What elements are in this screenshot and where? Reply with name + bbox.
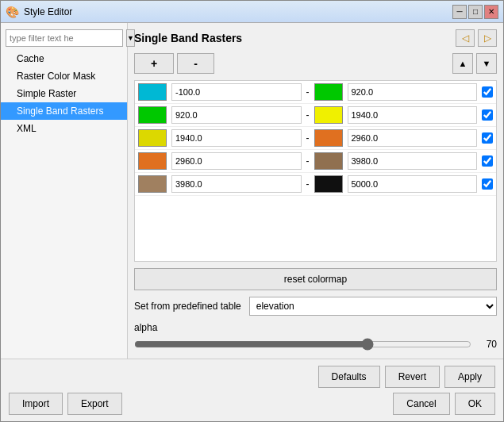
bottom-buttons-row1: Defaults Revert Apply — [9, 366, 495, 388]
nav-arrows: ◁ ▷ — [456, 29, 497, 47]
from-value-field[interactable] — [171, 129, 302, 147]
row-checkbox[interactable] — [482, 86, 493, 98]
close-button[interactable]: ✕ — [484, 5, 498, 19]
forward-arrow-button[interactable]: ▷ — [478, 29, 497, 47]
alpha-label: alpha — [134, 322, 497, 333]
predefined-label: Set from predefined table — [134, 301, 241, 312]
title-bar: 🎨 Style Editor ─ □ ✕ — [1, 1, 503, 23]
sidebar-item-xml[interactable]: XML — [1, 120, 127, 137]
window-icon: 🎨 — [6, 6, 19, 18]
toolbar: + - ▲ ▼ — [134, 53, 497, 74]
bottom-buttons-row2: Import Export Cancel OK — [9, 393, 495, 415]
cancel-button[interactable]: Cancel — [393, 393, 449, 415]
bottom-right-buttons: Cancel OK — [393, 393, 495, 415]
predefined-select[interactable]: elevation gray rainbow rdylgn — [249, 297, 497, 316]
dash-separator: - — [306, 109, 310, 121]
minimize-button[interactable]: ─ — [452, 5, 467, 19]
row-checkbox[interactable] — [482, 109, 493, 121]
from-value-field[interactable] — [171, 83, 302, 101]
to-value-field[interactable] — [348, 152, 478, 170]
color-row: - — [135, 81, 496, 104]
color-row: - — [135, 173, 496, 196]
dash-separator: - — [306, 178, 310, 190]
add-button[interactable]: + — [134, 53, 174, 74]
from-color-swatch[interactable] — [138, 175, 167, 193]
dash-separator: - — [306, 155, 310, 167]
to-value-field[interactable] — [348, 83, 478, 101]
alpha-section: alpha 70 — [134, 322, 497, 352]
main-window: 🎨 Style Editor ─ □ ✕ ▼ Cache Raster Colo… — [0, 0, 504, 422]
row-checkbox[interactable] — [482, 132, 493, 144]
bottom-section: Defaults Revert Apply Import Export Canc… — [1, 359, 503, 421]
to-value-field[interactable] — [348, 175, 478, 193]
dash-separator: - — [306, 132, 310, 144]
from-color-swatch[interactable] — [138, 83, 167, 101]
remove-button[interactable]: - — [177, 53, 214, 74]
move-down-button[interactable]: ▼ — [476, 53, 497, 74]
window-controls: ─ □ ✕ — [452, 5, 498, 19]
alpha-value: 70 — [478, 339, 497, 350]
revert-button[interactable]: Revert — [385, 366, 440, 388]
predefined-row: Set from predefined table elevation gray… — [134, 297, 497, 316]
filter-input[interactable] — [6, 29, 123, 47]
back-arrow-button[interactable]: ◁ — [456, 29, 475, 47]
right-panel: Single Band Rasters ◁ ▷ + - ▲ ▼ - — [128, 23, 503, 359]
bottom-left-buttons: Import Export — [9, 393, 122, 415]
sidebar-item-raster-color-mask[interactable]: Raster Color Mask — [1, 67, 127, 85]
slider-container: 70 — [134, 336, 497, 352]
move-up-button[interactable]: ▲ — [452, 53, 473, 74]
panel-title: Single Band Rasters — [134, 32, 242, 44]
panel-header: Single Band Rasters ◁ ▷ — [134, 29, 497, 47]
color-row: - — [135, 104, 496, 127]
window-title: Style Editor — [24, 6, 448, 17]
dash-separator: - — [306, 86, 310, 98]
row-checkbox[interactable] — [482, 155, 493, 167]
from-value-field[interactable] — [171, 152, 302, 170]
main-content: ▼ Cache Raster Color Mask Simple Raster … — [1, 23, 503, 359]
reset-colormap-button[interactable]: reset colormap — [134, 268, 497, 290]
export-button[interactable]: Export — [67, 393, 122, 415]
sidebar-item-cache[interactable]: Cache — [1, 50, 127, 67]
from-color-swatch[interactable] — [138, 152, 167, 170]
ok-button[interactable]: OK — [455, 393, 495, 415]
color-row: - — [135, 150, 496, 173]
alpha-slider[interactable] — [134, 336, 471, 352]
to-color-swatch[interactable] — [314, 152, 343, 170]
from-color-swatch[interactable] — [138, 129, 167, 147]
from-color-swatch[interactable] — [138, 106, 167, 124]
apply-button[interactable]: Apply — [444, 366, 495, 388]
to-color-swatch[interactable] — [314, 175, 343, 193]
to-value-field[interactable] — [348, 106, 478, 124]
filter-row: ▼ — [1, 26, 127, 50]
to-color-swatch[interactable] — [314, 83, 343, 101]
color-row: - — [135, 127, 496, 150]
to-color-swatch[interactable] — [314, 129, 343, 147]
sidebar: ▼ Cache Raster Color Mask Simple Raster … — [1, 23, 128, 359]
import-button[interactable]: Import — [9, 393, 63, 415]
color-table: - - - — [134, 80, 497, 262]
from-value-field[interactable] — [171, 175, 302, 193]
from-value-field[interactable] — [171, 106, 302, 124]
sidebar-item-single-band-rasters[interactable]: Single Band Rasters — [1, 102, 127, 120]
to-color-swatch[interactable] — [314, 106, 343, 124]
row-checkbox[interactable] — [482, 178, 493, 190]
to-value-field[interactable] — [348, 129, 478, 147]
maximize-button[interactable]: □ — [468, 5, 483, 19]
defaults-button[interactable]: Defaults — [318, 366, 380, 388]
sidebar-item-simple-raster[interactable]: Simple Raster — [1, 85, 127, 102]
